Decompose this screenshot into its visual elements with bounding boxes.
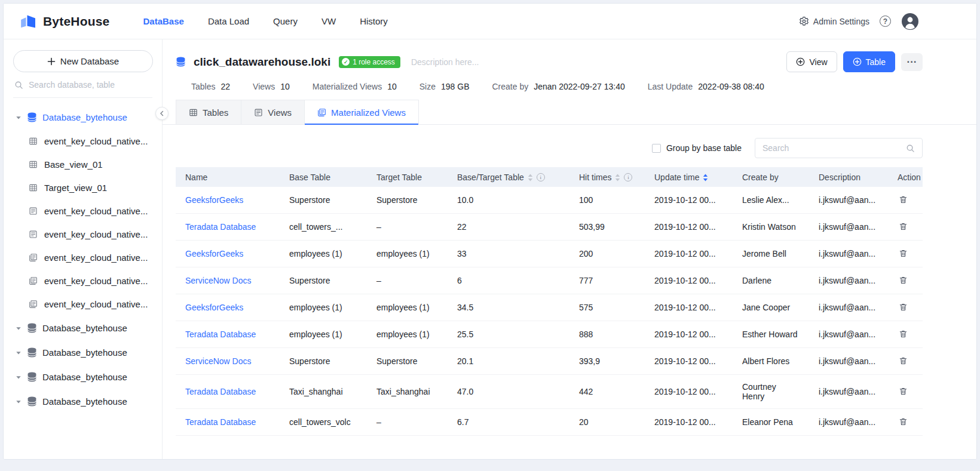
stat-label: Views: [253, 82, 275, 91]
nav-item-history[interactable]: History: [360, 14, 388, 29]
tree-item-event-key-cloud-native[interactable]: event_key_cloud_native...: [4, 293, 162, 316]
caret-down-icon[interactable]: [16, 374, 22, 380]
sort-icon[interactable]: [528, 174, 533, 181]
sidebar-collapse-button[interactable]: [155, 107, 169, 120]
nav-item-data-load[interactable]: Data Load: [208, 14, 249, 29]
new-database-label: New Database: [60, 56, 119, 66]
sidebar-search: [13, 80, 152, 98]
caret-down-icon[interactable]: [16, 325, 22, 331]
stat-label: Create by: [492, 82, 528, 91]
tree-item-event-key-cloud-native[interactable]: event_key_cloud_native...: [4, 199, 162, 223]
cell-action: [888, 241, 923, 267]
delete-button[interactable]: [898, 221, 909, 232]
cell-base-table: cell_towers_...: [280, 214, 367, 241]
cell-name: GeeksforGeeks: [176, 241, 280, 267]
help-icon[interactable]: ?: [880, 16, 891, 27]
stat-tables: Tables22: [191, 82, 230, 91]
sidebar-search-input[interactable]: [29, 80, 151, 90]
sort-icon[interactable]: [703, 174, 708, 181]
checkbox-icon[interactable]: [652, 144, 661, 153]
delete-button[interactable]: [898, 355, 909, 367]
cell-base-target-ratio: 47.0: [448, 375, 569, 409]
tree-database-label: Database_bytehouse: [42, 347, 127, 358]
tree-item-event-key-cloud-native[interactable]: event_key_cloud_native...: [4, 130, 162, 153]
tab-materialized-views[interactable]: Materialized Views: [304, 100, 419, 124]
group-by-label: Group by base table: [666, 143, 742, 153]
new-table-button[interactable]: Table: [843, 51, 895, 72]
mv-name-link[interactable]: ServiceNow Docs: [185, 276, 251, 285]
tree-item-label: event_key_cloud_native...: [44, 299, 148, 309]
group-by-base-table[interactable]: Group by base table: [652, 143, 742, 153]
delete-button[interactable]: [898, 194, 909, 205]
nav-item-query[interactable]: Query: [273, 14, 298, 29]
cell-create-by: Leslie Alex...: [733, 187, 809, 214]
cell-base-target-ratio: 6: [448, 267, 569, 294]
mv-name-link[interactable]: GeeksforGeeks: [185, 303, 243, 312]
delete-button[interactable]: [898, 416, 909, 427]
mv-name-link[interactable]: GeeksforGeeks: [185, 195, 243, 205]
column-label: Target Table: [376, 173, 422, 182]
nav-item-database[interactable]: DataBase: [143, 14, 184, 29]
tree-item-event-key-cloud-native[interactable]: event_key_cloud_native...: [4, 246, 162, 269]
column-header-name: Name: [176, 167, 280, 187]
new-database-button[interactable]: New Database: [13, 50, 153, 72]
table-row: Teradata Databasecell_towers_volc–6.7202…: [176, 409, 923, 436]
tree-item-base-view-01[interactable]: Base_view_01: [4, 153, 162, 176]
mv-name-link[interactable]: Teradata Database: [185, 330, 256, 339]
tree-item-event-key-cloud-native[interactable]: event_key_cloud_native...: [4, 223, 162, 246]
delete-button[interactable]: [898, 275, 909, 286]
mv-name-link[interactable]: GeeksforGeeks: [185, 249, 243, 258]
database-header: click_datawarehouse.loki ✓ 1 role access…: [176, 39, 923, 72]
mv-name-link[interactable]: ServiceNow Docs: [185, 356, 251, 366]
description-placeholder[interactable]: Description here...: [411, 57, 479, 67]
cell-name: Teradata Database: [176, 214, 280, 241]
table-row: GeeksforGeeksemployees (1)employees (1)3…: [176, 294, 923, 321]
admin-settings-button[interactable]: Admin Settings: [799, 16, 869, 26]
cell-base-target-ratio: 10.0: [448, 187, 569, 214]
tree-item-event-key-cloud-native[interactable]: event_key_cloud_native...: [4, 269, 162, 293]
delete-button[interactable]: [898, 248, 909, 259]
nav-item-vw[interactable]: VW: [321, 14, 336, 29]
role-access-badge: ✓ 1 role access: [339, 56, 400, 68]
new-view-button[interactable]: View: [786, 51, 837, 72]
tab-tables[interactable]: Tables: [176, 100, 241, 124]
stat-label: Size: [419, 82, 436, 91]
avatar[interactable]: [901, 13, 919, 30]
tree-database[interactable]: Database_bytehouse: [4, 105, 162, 130]
tree-item-label: event_key_cloud_native...: [44, 276, 148, 286]
sort-icon[interactable]: [615, 174, 620, 181]
tree-item-label: event_key_cloud_native...: [44, 136, 148, 146]
caret-down-icon[interactable]: [16, 399, 22, 405]
cell-action: [888, 409, 923, 436]
cell-name: Teradata Database: [176, 409, 280, 436]
column-header-base-target-table[interactable]: Base/Target Tablei: [448, 167, 569, 187]
caret-down-icon[interactable]: [16, 115, 22, 121]
mv-name-link[interactable]: Teradata Database: [185, 222, 256, 232]
caret-down-icon[interactable]: [16, 350, 22, 356]
sidebar-tree: Database_bytehouseevent_key_cloud_native…: [4, 105, 162, 414]
column-header-update-time[interactable]: Update time: [645, 167, 733, 187]
plus-icon: [47, 57, 56, 66]
mv-name-link[interactable]: Teradata Database: [185, 417, 256, 427]
tree-item-target-view-01[interactable]: Target_view_01: [4, 176, 162, 199]
more-button[interactable]: ...: [901, 53, 923, 71]
tree-database[interactable]: Database_bytehouse: [4, 389, 162, 414]
cell-action: [888, 375, 923, 409]
column-label: Base Table: [289, 173, 330, 182]
tree-database[interactable]: Database_bytehouse: [4, 340, 162, 365]
cell-description: i.jkswuf@aan...: [809, 375, 888, 409]
stat-label: Materialized Views: [313, 82, 382, 91]
delete-button[interactable]: [898, 328, 909, 340]
table-search-input[interactable]: [762, 143, 906, 153]
tree-database[interactable]: Database_bytehouse: [4, 316, 162, 340]
header-section: click_datawarehouse.loki ✓ 1 role access…: [163, 39, 923, 91]
admin-settings-label: Admin Settings: [813, 17, 869, 26]
delete-button[interactable]: [898, 386, 909, 397]
delete-button[interactable]: [898, 301, 909, 313]
tree-database[interactable]: Database_bytehouse: [4, 365, 162, 389]
tab-views[interactable]: Views: [241, 100, 305, 124]
info-icon: i: [537, 173, 545, 181]
column-header-hit-times[interactable]: Hit timesi: [569, 167, 645, 187]
brand[interactable]: ByteHouse: [19, 13, 110, 30]
mv-name-link[interactable]: Teradata Database: [185, 387, 256, 396]
